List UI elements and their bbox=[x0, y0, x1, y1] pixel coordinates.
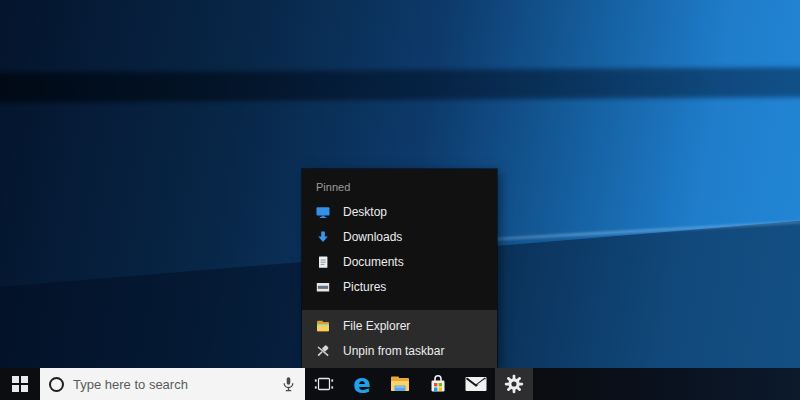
jumplist-item-label: Unpin from taskbar bbox=[343, 344, 444, 358]
settings-button[interactable] bbox=[495, 368, 533, 400]
jumplist-item-desktop[interactable]: Desktop bbox=[302, 199, 497, 224]
jumplist-item-pictures[interactable]: Pictures bbox=[302, 274, 497, 299]
search-input[interactable] bbox=[73, 377, 272, 392]
file-explorer-icon bbox=[315, 318, 331, 334]
store-icon bbox=[426, 372, 450, 396]
jumplist-tasks-section: File Explorer Unpin from taskbar bbox=[302, 310, 497, 368]
jumplist-item-label: Pictures bbox=[343, 280, 386, 294]
edge-button[interactable]: e bbox=[343, 368, 381, 400]
file-explorer-taskbar-icon bbox=[388, 372, 412, 396]
task-view-icon bbox=[313, 373, 335, 395]
documents-icon bbox=[315, 254, 331, 270]
jumplist-item-file-explorer[interactable]: File Explorer bbox=[302, 313, 497, 338]
store-button[interactable] bbox=[419, 368, 457, 400]
microphone-icon[interactable] bbox=[281, 376, 296, 393]
taskbar: e bbox=[0, 368, 800, 400]
taskbar-search-box[interactable] bbox=[40, 368, 305, 400]
settings-gear-icon bbox=[503, 373, 525, 395]
windows-logo-icon bbox=[12, 376, 28, 392]
mail-button[interactable] bbox=[457, 368, 495, 400]
downloads-icon bbox=[315, 229, 331, 245]
unpin-icon bbox=[315, 343, 331, 359]
jumplist-item-label: Downloads bbox=[343, 230, 402, 244]
jumplist-popup: Pinned Desktop Downloads Documents bbox=[302, 169, 497, 368]
wallpaper-dark-band bbox=[0, 67, 800, 103]
jumplist-item-downloads[interactable]: Downloads bbox=[302, 224, 497, 249]
pictures-icon bbox=[315, 279, 331, 295]
jumplist-item-label: File Explorer bbox=[343, 319, 410, 333]
taskbar-empty-area[interactable] bbox=[533, 368, 800, 400]
mail-icon bbox=[464, 372, 488, 396]
file-explorer-button[interactable] bbox=[381, 368, 419, 400]
jumplist-item-label: Desktop bbox=[343, 205, 387, 219]
start-button[interactable] bbox=[0, 368, 40, 400]
edge-icon: e bbox=[353, 371, 371, 397]
task-view-button[interactable] bbox=[305, 368, 343, 400]
jumplist-item-documents[interactable]: Documents bbox=[302, 249, 497, 274]
cortana-circle-icon bbox=[49, 377, 64, 392]
jumplist-item-unpin[interactable]: Unpin from taskbar bbox=[302, 338, 497, 363]
windows-desktop-screen: Pinned Desktop Downloads Documents bbox=[0, 0, 800, 400]
jumplist-section-title: Pinned bbox=[302, 169, 497, 199]
desktop-icon bbox=[315, 204, 331, 220]
jumplist-item-label: Documents bbox=[343, 255, 404, 269]
jumplist-pinned-section: Pinned Desktop Downloads Documents bbox=[302, 169, 497, 310]
